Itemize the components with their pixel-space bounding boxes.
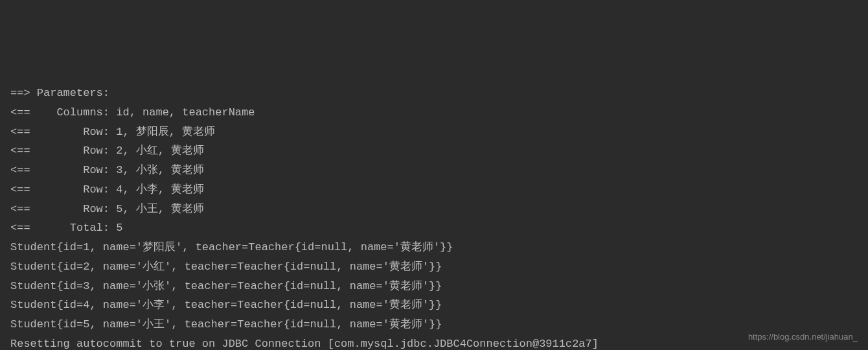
log-line-jdbc-reset: Resetting autocommit to true on JDBC Con… xyxy=(10,334,858,350)
watermark-text: https://blog.csdn.net/jiahuan_ xyxy=(748,330,858,345)
log-line-student-output: Student{id=3, name='小张', teacher=Teacher… xyxy=(10,277,858,296)
log-line-row: <== Row: 2, 小红, 黄老师 xyxy=(10,141,858,161)
log-line-total: <== Total: 5 xyxy=(10,218,858,238)
log-line-student-output: Student{id=4, name='小李', teacher=Teacher… xyxy=(10,296,858,315)
log-line-parameters: ==> Parameters: xyxy=(10,84,858,103)
log-line-row: <== Row: 4, 小李, 黄老师 xyxy=(10,180,858,200)
log-line-columns: <== Columns: id, name, teacherName xyxy=(10,103,858,122)
log-line-row: <== Row: 5, 小王, 黄老师 xyxy=(10,200,858,219)
log-line-student-output: Student{id=5, name='小王', teacher=Teacher… xyxy=(10,315,858,334)
log-line-student-output: Student{id=1, name='梦阳辰', teacher=Teache… xyxy=(10,238,858,257)
log-line-student-output: Student{id=2, name='小红', teacher=Teacher… xyxy=(10,257,858,277)
log-line-row: <== Row: 1, 梦阳辰, 黄老师 xyxy=(10,122,858,142)
log-line-row: <== Row: 3, 小张, 黄老师 xyxy=(10,161,858,180)
